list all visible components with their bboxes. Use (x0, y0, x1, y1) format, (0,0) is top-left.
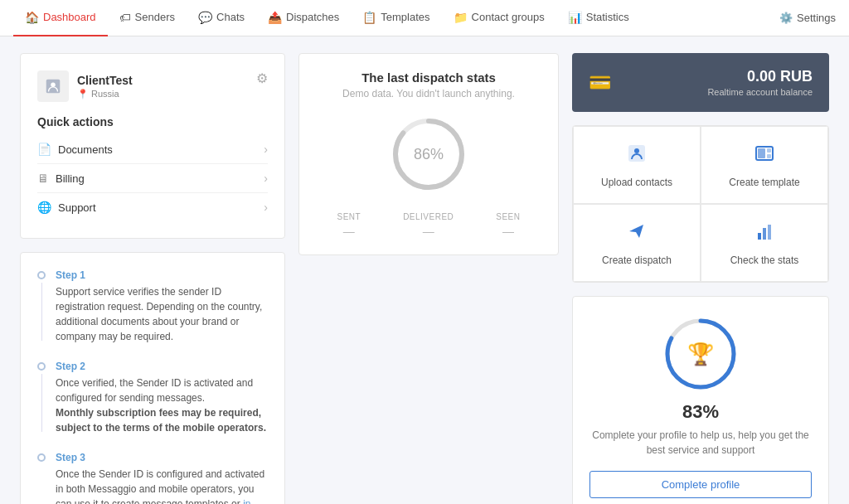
svg-rect-7 (758, 148, 765, 158)
nav-item-dispatches[interactable]: 📤 Dispatches (256, 0, 351, 36)
dispatch-percent: 86% (414, 146, 444, 163)
create-template-cell[interactable]: Create template (701, 126, 828, 204)
check-stats-cell[interactable]: Check the stats (701, 204, 828, 282)
nav-item-contact-groups[interactable]: 📁 Contact groups (442, 0, 556, 36)
profile-percent: 83% (589, 401, 812, 423)
documents-action[interactable]: 📄 Documents › (37, 135, 268, 164)
center-column: The last dispatch stats Demo data. You d… (298, 53, 559, 504)
nav-item-statistics[interactable]: 📊 Statistics (556, 0, 641, 36)
step-3-text-pre: Once the Sender ID is configured and act… (56, 468, 264, 504)
balance-amount: 0.00 RUB (707, 68, 813, 85)
sent-label: SENT (337, 212, 361, 221)
svg-rect-9 (767, 154, 771, 158)
nav-item-dashboard[interactable]: 🏠 Dashboard (13, 0, 108, 36)
client-settings-button[interactable]: ⚙ (256, 70, 268, 86)
create-dispatch-label: Create dispatch (602, 254, 672, 266)
step-1-item: Step 1 Support service verifies the send… (37, 269, 268, 344)
client-details: ClientTest 📍 Russia (77, 74, 133, 99)
nav-item-chats[interactable]: 💬 Chats (187, 0, 256, 36)
nav-label-contact-groups: Contact groups (472, 11, 545, 23)
client-info: ClientTest 📍 Russia (37, 70, 133, 102)
step-1-text: Support service verifies the sender ID r… (56, 284, 268, 344)
dispatch-stats-card: The last dispatch stats Demo data. You d… (298, 53, 559, 255)
delivered-label: DELIVERED (403, 212, 454, 221)
balance-card: 💳 0.00 RUB Realtime account balance (572, 53, 829, 112)
nav-label-dashboard: Dashboard (43, 11, 96, 23)
svg-point-5 (634, 148, 639, 153)
create-template-icon (753, 142, 776, 170)
location-icon: 📍 (77, 89, 89, 99)
seen-label: SEEN (496, 212, 520, 221)
right-column: 💳 0.00 RUB Realtime account balance Uplo… (572, 53, 829, 504)
nav-label-statistics: Statistics (586, 11, 629, 23)
dispatch-stats-row: SENT — DELIVERED — SEEN — (316, 212, 541, 238)
seen-value: — (496, 225, 520, 238)
contact-groups-icon: 📁 (454, 11, 468, 24)
step-2-text: Once verified, the Sender ID is activate… (56, 376, 268, 435)
trophy-icon: 🏆 (687, 342, 714, 366)
balance-icon: 💳 (589, 72, 611, 94)
documents-label: Documents (58, 143, 113, 156)
create-template-label: Create template (729, 177, 799, 188)
delivered-value: — (403, 225, 454, 238)
quick-actions-title: Quick actions (37, 115, 268, 128)
delivered-stat: DELIVERED — (403, 212, 454, 238)
step-2-content: Step 2 Once verified, the Sender ID is a… (56, 361, 268, 435)
create-dispatch-cell[interactable]: Create dispatch (573, 204, 701, 282)
client-location-text: Russia (91, 89, 119, 99)
home-icon: 🏠 (25, 11, 39, 24)
left-column: ClientTest 📍 Russia ⚙ Quick actions 📄 Do… (20, 53, 285, 504)
action-grid: Upload contacts Create template (572, 125, 829, 283)
check-stats-label: Check the stats (730, 254, 799, 266)
support-action[interactable]: 🌐 Support › (37, 193, 268, 221)
chats-icon: 💬 (198, 11, 212, 24)
nav-label-templates: Templates (381, 11, 429, 23)
senders-icon: 🏷 (119, 11, 131, 24)
dispatch-stats-subtitle: Demo data. You didn't launch anything. (316, 88, 541, 99)
upload-contacts-cell[interactable]: Upload contacts (573, 126, 701, 204)
billing-label: Billing (56, 172, 85, 185)
step-2-line (41, 374, 42, 432)
step-1-content: Step 1 Support service verifies the send… (56, 269, 268, 344)
nav-label-chats: Chats (216, 11, 245, 23)
nav-item-senders[interactable]: 🏷 Senders (108, 0, 187, 36)
step-2-text-bold: Monthly subscription fees may be require… (56, 407, 266, 434)
svg-rect-8 (767, 148, 771, 153)
step-2-dot (37, 362, 46, 371)
client-icon (37, 70, 69, 102)
steps-card: Step 1 Support service verifies the send… (20, 252, 285, 504)
client-logo-icon (44, 77, 62, 95)
complete-profile-button[interactable]: Complete profile (589, 471, 812, 498)
step-3-dot (37, 453, 46, 462)
dispatch-stats-title: The last dispatch stats (316, 70, 541, 85)
check-stats-icon (753, 220, 776, 248)
sent-stat: SENT — (337, 212, 361, 238)
support-chevron: › (264, 201, 268, 214)
step-1-line (41, 283, 42, 341)
svg-rect-11 (763, 228, 766, 240)
step-1-dot (37, 271, 46, 279)
step-3-item: Step 3 Once the Sender ID is configured … (37, 452, 268, 504)
balance-label: Realtime account balance (707, 87, 813, 97)
nav-item-templates[interactable]: 📋 Templates (351, 0, 441, 36)
step-2-num: Step 2 (56, 361, 268, 372)
step-3-content: Step 3 Once the Sender ID is configured … (56, 452, 268, 504)
sent-value: — (337, 225, 361, 238)
documents-chevron: › (264, 143, 268, 156)
settings-label: Settings (797, 12, 836, 24)
settings-nav[interactable]: ⚙️ Settings (779, 12, 836, 24)
navigation: 🏠 Dashboard 🏷 Senders 💬 Chats 📤 Dispatch… (0, 0, 849, 36)
step-3-text: Once the Sender ID is configured and act… (56, 467, 268, 504)
billing-icon: 🖥 (37, 172, 49, 185)
support-icon: 🌐 (37, 201, 51, 214)
svg-point-1 (51, 82, 56, 87)
billing-action[interactable]: 🖥 Billing › (37, 164, 268, 193)
seen-stat: SEEN — (496, 212, 520, 238)
client-name: ClientTest (77, 74, 133, 87)
step-2-text-normal: Once verified, the Sender ID is activate… (56, 377, 253, 404)
main-content: ClientTest 📍 Russia ⚙ Quick actions 📄 Do… (0, 36, 849, 504)
upload-contacts-label: Upload contacts (601, 177, 672, 188)
dispatch-circle: 86% (316, 113, 541, 196)
upload-contacts-icon (625, 142, 648, 170)
client-location: 📍 Russia (77, 89, 133, 99)
